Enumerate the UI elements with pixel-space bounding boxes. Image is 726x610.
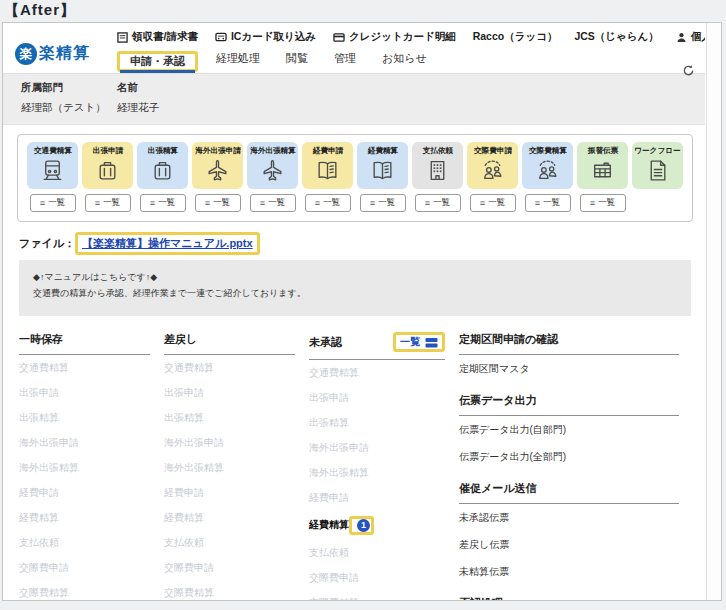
refresh-icon[interactable] [682,63,695,81]
app-logo: 楽 楽精算 [15,34,117,73]
list-icon [205,198,210,208]
menu-link-miseisan-denpyo[interactable]: 未精算伝票 [459,558,679,585]
list-button[interactable]: 一覧 [30,194,76,212]
column-header: 未承認 一覧 [309,332,445,360]
file-label: ファイル： [19,236,75,251]
notice-line-1: ◆↑マニュアルはこちらです↑◆ [33,269,677,285]
list-icon [150,198,155,208]
list-item: 交際費申請 [19,555,150,580]
list-item: 交通費精算 [164,355,295,380]
notice-line-2: 交通費の精算から承認、経理作業まで一連でご紹介しております。 [33,285,677,301]
list-item: 交際費精算 [164,580,295,600]
status-columns: 一時保存 交通費精算 出張申請 出張精算 海外出張申請 海外出張精算 経費申請 … [19,332,693,600]
list-item: 海外出張精算 [164,455,295,480]
list-item-keihi-pending[interactable]: 経費精算 1 [309,510,445,540]
list-icon [590,198,595,208]
list-item: 海外出張申請 [19,430,150,455]
dept-value: 経理部（テスト） [21,101,117,115]
top-menu: 領収書/請求書 ICカード取り込み クレジットカード明細 Racco（ラッコ） [117,30,705,44]
list-item: 支払依頼 [164,530,295,555]
list-icon [315,198,320,208]
highlight-box: 【楽楽精算】操作マニュアル.pptx [75,232,260,255]
list-button[interactable]: 一覧 [580,194,626,212]
section-header: 否認処理 [459,589,679,600]
tab-shinsei-shonin[interactable]: 申請・承認 [120,51,195,73]
list-item: 出張申請 [164,380,295,405]
list-item: 海外出張精算 [19,455,150,480]
menu-link-denpyo-zenbumon[interactable]: 伝票データ出力(全部門) [459,443,679,470]
menu-item-ic-card[interactable]: ICカード取り込み [215,30,316,44]
tab-kanri[interactable]: 管理 [326,46,364,72]
list-item: 出張申請 [309,385,445,410]
list-item: 経費申請 [19,480,150,505]
menu-item-jcs[interactable]: JCS（じゃらん） [574,30,658,44]
list-button[interactable]: 一覧 [360,194,406,212]
scrollbar[interactable] [706,23,721,600]
list-button[interactable]: 一覧 [250,194,296,212]
list-item: 支払依頼 [309,540,445,565]
manual-file-link[interactable]: 【楽楽精算】操作マニュアル.pptx [82,236,253,251]
airplane-icon [260,158,285,183]
list-button[interactable]: 一覧 [195,194,241,212]
menu-item-receipt[interactable]: 領収書/請求書 [117,30,198,44]
tab-etsuran[interactable]: 閲覧 [278,46,316,72]
tile-kaigai-shuccho-seisan[interactable]: 海外出張精算 一覧 [247,142,298,212]
section-header: 伝票データ出力 [459,386,679,416]
highlight-box: 1 [349,516,374,535]
list-item: 交際費申請 [164,555,295,580]
list-button[interactable]: 一覧 [85,194,131,212]
column-header: 差戻し [164,332,295,355]
tile-kosaihi-shinsei[interactable]: 交際費申請 一覧 [467,142,518,212]
menu-link-teiki-master[interactable]: 定期区間マスタ [459,355,679,382]
tile-kotsuhi-seisan[interactable]: 交通費精算 一覧 [27,142,78,212]
tile-keihi-seisan[interactable]: 経費精算 一覧 [357,142,408,212]
tile-shuccho-seisan[interactable]: 出張精算 一覧 [137,142,188,212]
receipt-icon [117,32,128,43]
tab-keiri-shori[interactable]: 経理処理 [208,46,268,72]
menu-link-mishonin-denpyo[interactable]: 未承認伝票 [459,504,679,531]
list-button[interactable]: 一覧 [140,194,186,212]
list-item: 経費精算 [19,505,150,530]
unapproved-list-link[interactable]: 一覧 [400,335,420,349]
logo-text: 楽精算 [39,43,90,64]
tile-furikae-denpyo[interactable]: 振替伝票 一覧 [577,142,628,212]
book-icon [370,158,395,183]
quick-menu-panel: 交通費精算 一覧 出張申請 一覧 出張精算 一覧 [17,134,693,222]
menu-item-personal-settings[interactable]: 個人設定 ▾ [676,30,705,44]
list-item: 経費精算 [164,505,295,530]
list-button[interactable]: 一覧 [470,194,516,212]
list-item: 海外出張申請 [164,430,295,455]
list-icon [370,198,375,208]
tile-kosaihi-seisan[interactable]: 交際費精算 一覧 [522,142,573,212]
tile-keihi-shinsei[interactable]: 経費申請 一覧 [302,142,353,212]
nav-tabs: 申請・承認 経理処理 閲覧 管理 お知らせ [117,46,705,72]
app-window: 楽 楽精算 領収書/請求書 ICカード取り込み クレジットカード明細 [2,22,722,601]
list-button[interactable]: 一覧 [415,194,461,212]
list-icon [535,198,540,208]
ledger-icon [590,158,615,183]
list-icon [425,198,430,208]
airplane-icon [205,158,230,183]
menu-item-racco[interactable]: Racco（ラッコ） [473,30,558,44]
list-item: 経費申請 [309,485,445,510]
tab-oshirase[interactable]: お知らせ [374,46,435,72]
list-button[interactable]: 一覧 [305,194,351,212]
list-view-icon[interactable] [425,337,438,348]
list-item: 交際費精算 [19,580,150,600]
list-item: 出張精算 [19,405,150,430]
menu-link-denpyo-jibumon[interactable]: 伝票データ出力(自部門) [459,416,679,443]
tile-kaigai-shuccho-shinsei[interactable]: 海外出張申請 一覧 [192,142,243,212]
suitcase-icon [150,158,175,183]
menu-link-sashimodoshi-denpyo[interactable]: 差戻し伝票 [459,531,679,558]
highlight-box: 申請・承認 [117,51,198,72]
list-button[interactable]: 一覧 [525,194,571,212]
menu-item-credit-card[interactable]: クレジットカード明細 [333,30,456,44]
column-header: 一時保存 [19,332,150,355]
notice-box: ◆↑マニュアルはこちらです↑◆ 交通費の精算から承認、経理作業まで一連でご紹介し… [19,260,691,316]
list-item: 交際費精算 [309,590,445,600]
main-content: 交通費精算 一覧 出張申請 一覧 出張精算 一覧 [3,125,705,600]
file-row: ファイル： 【楽楽精算】操作マニュアル.pptx [19,232,693,255]
tile-shiharai-irai[interactable]: 支払依頼 一覧 [412,142,463,212]
tile-shuccho-shinsei[interactable]: 出張申請 一覧 [82,142,133,212]
tile-workflow[interactable]: ワークフロー [632,142,683,212]
